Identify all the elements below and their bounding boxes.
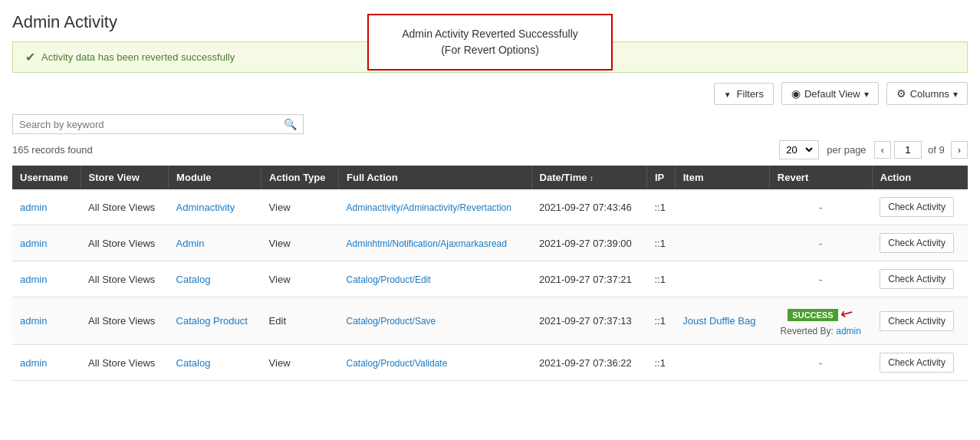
cell-action: Check Activity: [872, 345, 968, 381]
username-link[interactable]: admin: [20, 315, 47, 327]
cell-module: Catalog Product: [169, 297, 261, 345]
col-datetime[interactable]: Date/Time: [531, 166, 646, 189]
username-link[interactable]: admin: [20, 202, 47, 213]
col-full-action: Full Action: [339, 166, 532, 189]
cell-action-type: View: [261, 225, 339, 261]
cell-module: Catalog: [169, 261, 261, 297]
search-box: 🔍: [12, 114, 304, 134]
check-activity-button[interactable]: Check Activity: [880, 353, 954, 373]
module-link[interactable]: Catalog: [176, 357, 211, 369]
module-link[interactable]: Adminactivity: [176, 202, 235, 213]
cell-ip: ::1: [646, 297, 675, 345]
cell-action-type: View: [261, 261, 339, 297]
toolbar: Filters Default View Columns: [12, 82, 968, 105]
col-store-view: Store View: [81, 166, 169, 189]
page-wrapper: Admin Activity Reverted Successfully (Fo…: [0, 0, 980, 440]
cell-revert: SUCCESS ↙ Reverted By: admin: [769, 297, 872, 345]
cell-item: [675, 225, 769, 261]
per-page-label: per page: [827, 144, 866, 156]
cell-item: [675, 345, 769, 381]
table-row: adminAll Store ViewsCatalog ProductEditC…: [12, 297, 968, 345]
cell-revert: -: [769, 345, 872, 381]
default-view-button[interactable]: Default View: [781, 82, 879, 105]
table-row: adminAll Store ViewsCatalogViewCatalog/P…: [12, 261, 968, 297]
reverted-by-user[interactable]: admin: [836, 326, 861, 337]
cell-store-view: All Store Views: [81, 297, 169, 345]
cell-datetime: 2021-09-27 07:43:46: [531, 189, 646, 225]
reverted-by: Reverted By: admin: [777, 326, 864, 337]
prev-page-button[interactable]: ‹: [874, 141, 891, 159]
cell-ip: ::1: [646, 261, 675, 297]
cell-datetime: 2021-09-27 07:36:22: [531, 345, 646, 381]
page-number-input[interactable]: [894, 141, 922, 159]
activity-table: Username Store View Module Action Type F…: [12, 166, 968, 381]
username-link[interactable]: admin: [20, 274, 47, 285]
next-page-button[interactable]: ›: [951, 141, 968, 159]
cell-username: admin: [12, 345, 81, 381]
search-icon[interactable]: 🔍: [284, 118, 297, 130]
cell-username: admin: [12, 225, 81, 261]
success-check-icon: ✔: [25, 50, 35, 64]
check-activity-button[interactable]: Check Activity: [880, 233, 954, 253]
col-item: Item: [675, 166, 769, 189]
of-pages-label: of 9: [928, 144, 945, 156]
filter-icon: [724, 88, 733, 100]
col-action: Action: [872, 166, 968, 189]
cell-datetime: 2021-09-27 07:37:21: [531, 261, 646, 297]
cell-revert: -: [769, 189, 872, 225]
popup-line1: Admin Activity Reverted Successfully: [392, 26, 588, 42]
revert-dash: -: [819, 357, 822, 369]
cell-full-action: Catalog/Product/Validate: [339, 345, 532, 381]
cell-action: Check Activity: [872, 225, 968, 261]
sort-icon: [590, 172, 594, 183]
check-activity-button[interactable]: Check Activity: [880, 197, 954, 217]
cell-module: Admin: [169, 225, 261, 261]
records-count: 165 records found: [12, 144, 93, 156]
username-link[interactable]: admin: [20, 357, 47, 369]
per-page-select[interactable]: 20 50 100: [779, 140, 819, 159]
revert-dash: -: [819, 238, 822, 249]
view-chevron-icon: [864, 88, 869, 100]
col-module: Module: [169, 166, 261, 189]
search-input[interactable]: [19, 119, 284, 130]
columns-label: Columns: [910, 88, 949, 100]
cell-action-type: View: [261, 345, 339, 381]
revert-cell: -: [777, 202, 864, 213]
per-page-dropdown[interactable]: 20 50 100: [783, 143, 815, 156]
full-action-link[interactable]: Adminactivity/Adminactivity/Revertaction: [347, 202, 511, 213]
username-link[interactable]: admin: [20, 238, 47, 249]
cell-module: Catalog: [169, 345, 261, 381]
cell-revert: -: [769, 225, 872, 261]
cell-action: Check Activity: [872, 297, 968, 345]
revert-success-cell: SUCCESS ↙ Reverted By: admin: [777, 305, 864, 337]
revert-dash: -: [819, 274, 822, 285]
revert-cell: -: [777, 274, 864, 285]
cell-ip: ::1: [646, 225, 675, 261]
revert-dash: -: [819, 202, 822, 213]
columns-chevron-icon: [953, 88, 958, 100]
cell-username: admin: [12, 189, 81, 225]
cell-full-action: Adminhtml/Notification/Ajaxmarkasread: [339, 225, 532, 261]
full-action-link[interactable]: Catalog/Product/Edit: [347, 274, 431, 285]
check-activity-button[interactable]: Check Activity: [880, 269, 954, 289]
item-link[interactable]: Joust Duffle Bag: [682, 315, 755, 327]
module-link[interactable]: Catalog: [176, 274, 211, 285]
full-action-link[interactable]: Catalog/Product/Save: [347, 316, 436, 327]
revert-success-popup: Admin Activity Reverted Successfully (Fo…: [367, 14, 613, 71]
pagination: 20 50 100 per page ‹ of 9 ›: [779, 140, 968, 159]
cell-store-view: All Store Views: [81, 225, 169, 261]
module-link[interactable]: Catalog Product: [176, 315, 248, 327]
view-label: Default View: [804, 88, 860, 100]
filters-button[interactable]: Filters: [714, 83, 774, 105]
cell-store-view: All Store Views: [81, 261, 169, 297]
cell-revert: -: [769, 261, 872, 297]
cell-store-view: All Store Views: [81, 189, 169, 225]
full-action-link[interactable]: Adminhtml/Notification/Ajaxmarkasread: [347, 238, 507, 249]
cell-full-action: Adminactivity/Adminactivity/Revertaction: [339, 189, 532, 225]
table-row: adminAll Store ViewsAdminactivityViewAdm…: [12, 189, 968, 225]
columns-button[interactable]: Columns: [886, 82, 968, 105]
full-action-link[interactable]: Catalog/Product/Validate: [347, 358, 448, 369]
module-link[interactable]: Admin: [176, 238, 205, 249]
check-activity-button[interactable]: Check Activity: [880, 311, 954, 331]
cell-store-view: All Store Views: [81, 345, 169, 381]
